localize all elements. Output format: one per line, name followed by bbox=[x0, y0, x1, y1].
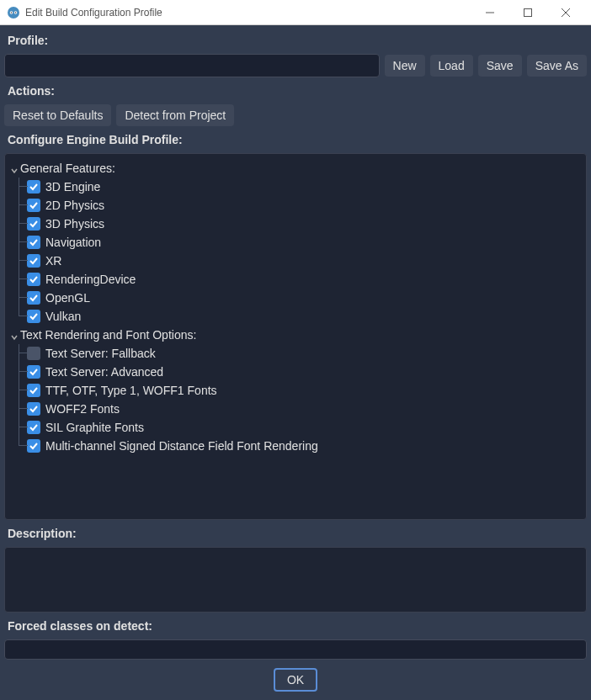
new-button[interactable]: New bbox=[385, 55, 425, 77]
tree-item-label: SIL Graphite Fonts bbox=[45, 421, 144, 434]
section-label: General Features: bbox=[20, 162, 115, 175]
svg-point-0 bbox=[8, 7, 19, 19]
checkbox[interactable] bbox=[27, 199, 40, 212]
tree-item[interactable]: Vulkan bbox=[8, 307, 583, 326]
checkbox[interactable] bbox=[27, 217, 40, 231]
tree-item[interactable]: 3D Physics bbox=[8, 215, 583, 233]
checkbox[interactable] bbox=[27, 439, 40, 453]
save-button[interactable]: Save bbox=[478, 55, 522, 77]
tree-item[interactable]: TTF, OTF, Type 1, WOFF1 Fonts bbox=[8, 381, 583, 400]
maximize-button[interactable] bbox=[508, 0, 546, 25]
checkbox[interactable] bbox=[27, 421, 40, 434]
checkbox[interactable] bbox=[27, 310, 40, 323]
titlebar: Edit Build Configuration Profile bbox=[0, 0, 591, 25]
checkbox[interactable] bbox=[27, 402, 40, 416]
tree-item[interactable]: Text Server: Advanced bbox=[8, 363, 583, 381]
feature-tree[interactable]: General Features:3D Engine2D Physics3D P… bbox=[4, 153, 587, 520]
tree-item[interactable]: Multi-channel Signed Distance Field Font… bbox=[8, 437, 583, 455]
checkbox[interactable] bbox=[27, 384, 40, 397]
checkbox[interactable] bbox=[27, 273, 40, 286]
forced-classes-label: Forced classes on detect: bbox=[4, 618, 587, 634]
tree-item-label: XR bbox=[45, 254, 61, 268]
tree-section-header[interactable]: Text Rendering and Font Options: bbox=[8, 326, 583, 344]
tree-group: 3D Engine2D Physics3D PhysicsNavigationX… bbox=[8, 178, 583, 326]
section-label: Text Rendering and Font Options: bbox=[20, 328, 196, 342]
tree-item-label: 3D Engine bbox=[45, 180, 100, 194]
minimize-button[interactable] bbox=[471, 0, 508, 25]
window-controls bbox=[471, 0, 584, 25]
checkbox[interactable] bbox=[27, 291, 40, 305]
tree-item[interactable]: RenderingDevice bbox=[8, 270, 583, 289]
chevron-down-icon bbox=[10, 331, 19, 339]
ok-button[interactable]: OK bbox=[274, 668, 317, 692]
save-as-button[interactable]: Save As bbox=[527, 55, 587, 77]
svg-point-3 bbox=[11, 12, 13, 13]
close-button[interactable] bbox=[546, 0, 584, 25]
tree-group: Text Server: FallbackText Server: Advanc… bbox=[8, 344, 583, 455]
detect-project-button[interactable]: Detect from Project bbox=[116, 104, 234, 126]
tree-item-label: Text Server: Advanced bbox=[45, 365, 163, 379]
tree-item-label: Text Server: Fallback bbox=[45, 347, 156, 360]
checkbox[interactable] bbox=[27, 254, 40, 268]
forced-classes-input[interactable] bbox=[4, 639, 587, 660]
tree-item[interactable]: 3D Engine bbox=[8, 178, 583, 196]
description-label: Description: bbox=[4, 525, 587, 542]
tree-item-label: WOFF2 Fonts bbox=[45, 402, 120, 416]
load-button[interactable]: Load bbox=[430, 55, 473, 77]
svg-rect-6 bbox=[524, 8, 531, 16]
tree-section-header[interactable]: General Features: bbox=[8, 159, 583, 178]
configure-label: Configure Engine Build Profile: bbox=[4, 131, 587, 148]
tree-item-label: Vulkan bbox=[45, 310, 81, 323]
tree-item[interactable]: XR bbox=[8, 252, 583, 270]
tree-item-label: RenderingDevice bbox=[45, 273, 136, 286]
tree-item[interactable]: Navigation bbox=[8, 233, 583, 252]
tree-item[interactable]: SIL Graphite Fonts bbox=[8, 418, 583, 437]
tree-item[interactable]: 2D Physics bbox=[8, 196, 583, 215]
actions-label: Actions: bbox=[4, 82, 587, 99]
checkbox[interactable] bbox=[27, 365, 40, 379]
checkbox[interactable] bbox=[27, 347, 40, 360]
tree-item[interactable]: WOFF2 Fonts bbox=[8, 400, 583, 418]
tree-item-label: TTF, OTF, Type 1, WOFF1 Fonts bbox=[45, 384, 217, 397]
reset-defaults-button[interactable]: Reset to Defaults bbox=[4, 104, 111, 126]
tree-item-label: OpenGL bbox=[45, 291, 90, 305]
tree-item[interactable]: OpenGL bbox=[8, 289, 583, 307]
tree-item-label: 2D Physics bbox=[45, 199, 104, 212]
description-box bbox=[4, 547, 587, 612]
tree-item-label: Multi-channel Signed Distance Field Font… bbox=[45, 439, 318, 453]
app-icon bbox=[7, 6, 20, 19]
chevron-down-icon bbox=[10, 164, 19, 172]
profile-label: Profile: bbox=[4, 32, 587, 49]
svg-point-4 bbox=[15, 12, 17, 13]
profile-input[interactable] bbox=[4, 54, 380, 77]
window-title: Edit Build Configuration Profile bbox=[25, 7, 471, 19]
tree-item[interactable]: Text Server: Fallback bbox=[8, 344, 583, 363]
checkbox[interactable] bbox=[27, 236, 40, 249]
tree-item-label: Navigation bbox=[45, 236, 101, 249]
checkbox[interactable] bbox=[27, 180, 40, 194]
tree-item-label: 3D Physics bbox=[45, 217, 104, 231]
